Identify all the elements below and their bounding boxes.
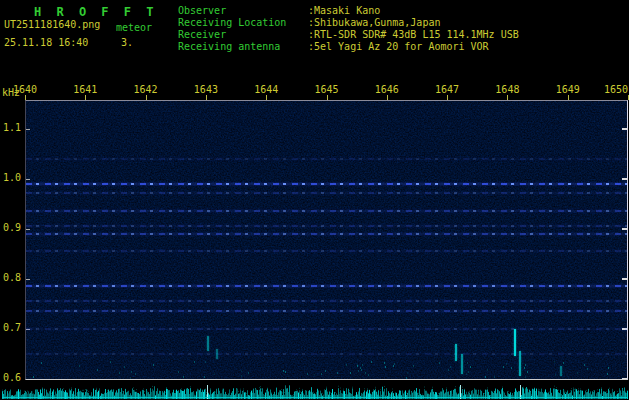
noise-dot [283, 370, 284, 372]
noise-dot [406, 377, 407, 379]
noise-dot [350, 372, 351, 374]
hrofft-window: H R O F F T UT2511181640.png meteor 25.1… [0, 0, 629, 400]
noise-dot [450, 366, 451, 368]
info-label: Receiving Location [178, 17, 308, 29]
time-tick-label: 1648 [495, 84, 519, 95]
noise-dot [314, 374, 315, 376]
noise-dot [368, 374, 369, 376]
info-label: Receiving antenna [178, 41, 308, 53]
carrier-line [26, 328, 627, 330]
info-row: Observer:Masaki Kano [178, 5, 519, 17]
meteor-echo [514, 329, 516, 357]
noise-dot [413, 365, 414, 367]
carrier-line [26, 353, 627, 355]
spectrogram [25, 100, 628, 380]
noise-dot [577, 372, 578, 374]
time-tick-label: 1644 [254, 84, 278, 95]
freq-tick-right [622, 228, 627, 230]
noise-dot [110, 361, 111, 363]
noise-dot [307, 373, 308, 375]
meteor-echo [207, 336, 209, 351]
noise-dot [506, 363, 507, 365]
info-label: Observer [178, 5, 308, 17]
noise-dot [587, 368, 588, 370]
time-tick-label: 1641 [73, 84, 97, 95]
noise-dot [131, 371, 132, 373]
freq-tick-label: 0.7 [3, 322, 21, 333]
noise-dot [607, 373, 608, 375]
noise-dot [439, 362, 440, 364]
carrier-line [26, 285, 627, 287]
time-tick-label: 1650 [604, 84, 628, 95]
noise-dot [385, 366, 386, 368]
freq-tick-left [26, 179, 30, 180]
time-tick [568, 95, 569, 100]
time-tick [327, 95, 328, 100]
signal-level-trace [2, 384, 628, 399]
carrier-line [26, 310, 627, 312]
time-tick-label: 1643 [194, 84, 218, 95]
info-value: :Masaki Kano [308, 5, 380, 16]
freq-tick-label: 1.0 [3, 172, 21, 183]
time-tick-label: 1646 [375, 84, 399, 95]
time-tick [85, 95, 86, 100]
noise-dot [485, 376, 486, 378]
noise-dot [470, 366, 471, 368]
freq-tick-right [622, 128, 627, 130]
noise-dot [554, 361, 555, 363]
signal-level-strip [2, 384, 628, 399]
freq-tick-label: 1.1 [3, 122, 21, 133]
time-tick-label: 1640 [13, 84, 37, 95]
meteor-echo [461, 354, 463, 374]
time-tick [206, 95, 207, 100]
noise-dot [178, 371, 179, 373]
noise-dot [511, 367, 512, 369]
carrier-line [26, 233, 627, 235]
noise-dot [468, 371, 469, 373]
noise-dot [524, 367, 525, 369]
noise-dot [130, 377, 131, 379]
time-tick-label: 1649 [556, 84, 580, 95]
segment-counter: 3. [121, 37, 133, 48]
station-info: Observer:Masaki KanoReceiving Location:S… [178, 5, 519, 53]
info-value: :5el Yagi Az 20 for Aomori VOR [308, 41, 489, 52]
noise-dot [563, 362, 564, 364]
noise-dot [584, 364, 585, 366]
time-tick-label: 1645 [314, 84, 338, 95]
noise-dot [285, 371, 286, 373]
freq-tick-right [622, 178, 627, 180]
noise-dot [41, 362, 42, 364]
noise-dot [321, 373, 322, 375]
noise-dot [33, 376, 34, 378]
noise-dot [248, 372, 249, 374]
meteor-echo [455, 344, 457, 362]
noise-dot [467, 362, 468, 364]
noise-dot [407, 372, 408, 374]
noise-dot [337, 372, 338, 374]
carrier-line [26, 192, 627, 194]
noise-dot [325, 370, 326, 372]
noise-dot [448, 369, 449, 371]
noise-dot [153, 364, 154, 366]
noise-dot [525, 376, 526, 378]
noise-dot [527, 371, 528, 373]
meteor-echo [216, 349, 218, 359]
output-filename: UT2511181640.png [4, 19, 100, 30]
info-row: Receiving Location:Shibukawa,Gunma,Japan [178, 17, 519, 29]
app-title: H R O F F T [34, 5, 157, 19]
noise-dot [608, 367, 609, 369]
noise-dot [555, 374, 556, 376]
freq-tick-label: 0.6 [3, 372, 21, 383]
noise-dot [241, 370, 242, 372]
noise-dot [365, 372, 366, 374]
freq-tick-right [622, 278, 627, 280]
noise-dot [183, 376, 184, 378]
noise-dot [241, 375, 242, 377]
noise-dot [393, 365, 394, 367]
mode-label: meteor [116, 22, 152, 33]
time-tick-label: 1642 [134, 84, 158, 95]
noise-dot [503, 366, 504, 368]
time-tick [146, 95, 147, 100]
freq-tick-label: 0.8 [3, 272, 21, 283]
freq-tick-left [26, 279, 30, 280]
